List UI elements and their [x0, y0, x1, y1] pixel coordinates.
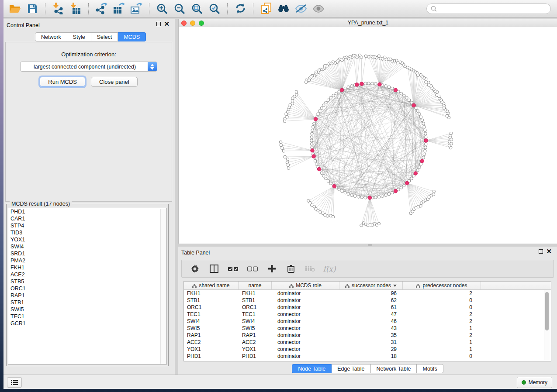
table-panel: Table Panel ✕	[178, 247, 557, 375]
tab-network-table[interactable]: Network Table	[371, 364, 417, 373]
horizontal-splitter[interactable]	[178, 244, 557, 247]
tab-network[interactable]: Network	[35, 32, 67, 41]
table-row[interactable]: STB1STB1dominator620	[184, 297, 551, 304]
mcds-result-item[interactable]: SWI4	[8, 243, 166, 250]
close-panel-icon[interactable]: ✕	[164, 22, 170, 26]
minimize-window-icon[interactable]	[190, 21, 195, 26]
mcds-result-item[interactable]: ORC1	[8, 285, 166, 292]
memory-button[interactable]: Memory	[517, 377, 552, 388]
mcds-result-item[interactable]: PHD1	[8, 208, 166, 215]
optimization-criterion-select[interactable]: largest connected component (undirected)	[20, 62, 157, 72]
mcds-result-item[interactable]: FKH1	[8, 264, 166, 271]
table-row[interactable]: YOX1YOX1connector291	[184, 346, 551, 353]
close-table-panel-icon[interactable]: ✕	[546, 249, 552, 254]
mcds-result-item[interactable]: TEC1	[8, 313, 166, 320]
zoom-selected-icon[interactable]	[208, 3, 221, 15]
open-folder-icon[interactable]	[8, 3, 22, 15]
delete-icon[interactable]	[286, 263, 296, 275]
vertical-splitter[interactable]	[175, 19, 178, 375]
table-scrollbar-thumb[interactable]	[545, 292, 549, 330]
table-row[interactable]: FKH1FKH1dominator962	[184, 290, 551, 297]
refresh-icon[interactable]	[233, 3, 247, 15]
mcds-result-item[interactable]: STP4	[8, 222, 166, 229]
mcds-result-item[interactable]: TID3	[8, 229, 166, 236]
table-cell: 61	[339, 304, 403, 310]
node-table[interactable]: shared namenameMCDS rolesuccessor nodesp…	[183, 281, 551, 361]
table-cell: RAP1	[184, 332, 239, 338]
export-table-icon[interactable]	[112, 3, 126, 15]
table-row[interactable]: TEC1TEC1connector472	[184, 311, 551, 318]
save-icon[interactable]	[25, 3, 39, 15]
mcds-result-item[interactable]: STB5	[8, 278, 166, 285]
float-panel-icon[interactable]	[156, 22, 161, 26]
export-image-icon[interactable]	[129, 3, 143, 15]
mcds-result-item[interactable]: PMA2	[8, 257, 166, 264]
splitter-grip[interactable]	[368, 244, 372, 246]
export-network-icon[interactable]	[94, 3, 108, 15]
import-table-icon[interactable]	[69, 3, 83, 15]
table-scrollbar[interactable]	[544, 290, 550, 360]
column-header-shared-name[interactable]: shared name	[184, 282, 239, 289]
column-header-name[interactable]: name	[239, 282, 272, 289]
tab-node-table[interactable]: Node Table	[292, 364, 332, 373]
table-cell: 2	[403, 318, 481, 324]
run-mcds-button[interactable]: Run MCDS	[40, 77, 85, 87]
control-panel: Control Panel ✕ NetworkStyleSelectMCDS O…	[3, 19, 175, 375]
optimization-criterion-value: largest connected component (undirected)	[34, 64, 144, 70]
control-panel-header: Control Panel ✕	[3, 19, 175, 31]
add-icon[interactable]	[266, 263, 277, 275]
task-history-button[interactable]	[7, 377, 22, 388]
column-header-predecessor-nodes[interactable]: predecessor nodes	[403, 282, 481, 289]
tab-select[interactable]: Select	[91, 32, 118, 41]
mcds-result-item[interactable]: SWI5	[8, 306, 166, 313]
zoom-out-icon[interactable]	[173, 3, 187, 15]
table-row[interactable]: PHD1PHD1dominator180	[184, 353, 551, 360]
zoom-in-icon[interactable]	[155, 3, 169, 15]
column-header-mcds-role[interactable]: MCDS role	[272, 282, 339, 289]
show-eye-icon[interactable]	[311, 3, 325, 15]
mcds-list-scrollbar[interactable]	[160, 209, 166, 364]
delete-table-icon[interactable]	[305, 263, 315, 275]
table-row[interactable]: ACE2ACE2connector311	[184, 339, 551, 346]
table-cell: connector	[272, 346, 339, 352]
deselect-all-icon[interactable]	[247, 263, 258, 275]
network-window-titlebar[interactable]: YPA_prune.txt_1	[179, 19, 557, 28]
mcds-result-item[interactable]: STB1	[8, 299, 166, 306]
close-window-icon[interactable]	[181, 21, 187, 26]
column-header-successor-nodes[interactable]: successor nodes	[339, 282, 403, 289]
table-row[interactable]: SWI5SWI5connector431	[184, 325, 551, 332]
close-panel-button[interactable]: Close panel	[91, 77, 138, 87]
mcds-result-item[interactable]: SRD1	[8, 250, 166, 257]
table-row[interactable]: RAP1RAP1dominator352	[184, 332, 551, 339]
network-graph[interactable]	[179, 27, 557, 244]
tab-style[interactable]: Style	[67, 32, 91, 41]
maximize-window-icon[interactable]	[199, 21, 204, 26]
table-cell: dominator	[272, 353, 339, 359]
share-document-icon[interactable]	[259, 3, 273, 15]
network-canvas[interactable]	[179, 27, 557, 244]
gear-icon[interactable]	[190, 263, 200, 275]
table-row[interactable]: ORC1ORC1dominator610	[184, 304, 551, 311]
zoom-fit-icon[interactable]	[190, 3, 204, 15]
mcds-result-item[interactable]: CAR1	[8, 215, 166, 222]
mcds-result-list[interactable]: PHD1CAR1STP4TID3YOX1SWI4SRD1PMA2FKH1ACE2…	[8, 208, 167, 364]
hide-eye-icon[interactable]	[294, 3, 308, 15]
table-row[interactable]: SWI4SWI4dominator462	[184, 318, 551, 325]
mcds-result-item[interactable]: YOX1	[8, 236, 166, 243]
tab-mcds[interactable]: MCDS	[118, 32, 146, 41]
table-panel-title: Table Panel	[181, 250, 210, 256]
select-all-icon[interactable]	[228, 263, 239, 275]
table-cell: SWI5	[184, 325, 239, 331]
binoculars-icon[interactable]	[277, 3, 291, 15]
tab-edge-table[interactable]: Edge Table	[332, 364, 370, 373]
optimization-criterion-label: Optimization criterion:	[6, 51, 172, 58]
search-input[interactable]	[439, 5, 541, 12]
mcds-result-item[interactable]: RAP1	[8, 292, 166, 299]
float-table-panel-icon[interactable]	[539, 249, 543, 254]
mcds-result-item[interactable]: GCR1	[8, 320, 166, 327]
import-network-icon[interactable]	[51, 3, 65, 15]
mcds-result-item[interactable]: ACE2	[8, 271, 166, 278]
tab-motifs[interactable]: Motifs	[417, 364, 443, 373]
columns-icon[interactable]	[209, 263, 219, 275]
search-box[interactable]	[426, 3, 551, 14]
